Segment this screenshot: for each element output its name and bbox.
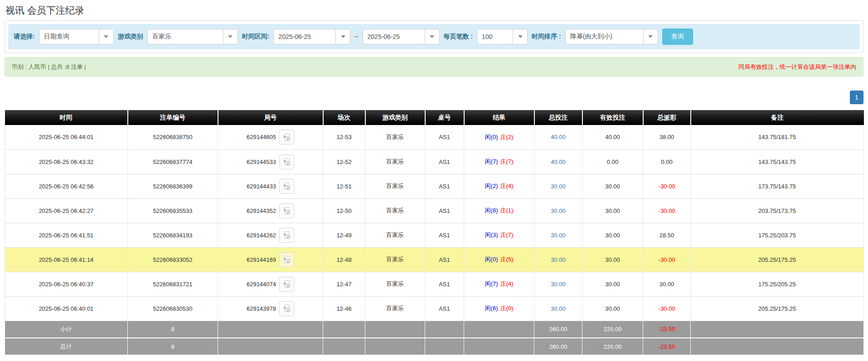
cell-game-type: 百家乐 [365,125,425,149]
cell-time: 2025-06-25 06:40:37 [5,272,128,296]
page-button-1[interactable]: 1 [850,91,863,104]
cell-table-no: AS1 [425,247,464,272]
cell-valid-bet: 30.00 [582,198,643,223]
total-bet-link[interactable]: 30.00 [551,232,566,239]
cell-payout: 30.00 [643,272,691,296]
summary-count: 8 [128,321,218,338]
total-row: 总计 8 260.00 220.00 -23.50 [5,338,864,355]
cell-game-type: 百家乐 [365,149,425,174]
date-to-select[interactable]: 2025-06-25 [363,29,440,44]
table-row: 2025-06-25 06:40:01 522606830530 6291439… [5,296,864,321]
result-player: 闲(8) [485,207,498,214]
result-banker: 庄(0) [500,305,514,312]
total-bet-link[interactable]: 30.00 [551,183,566,190]
round-id-text: 629144169 [247,256,276,263]
date-from-select[interactable]: 2025-06-25 [273,29,350,44]
cell-total-bet: 30.00 [534,272,582,296]
page-size-label: 每页笔数 : [444,33,473,41]
video-replay-button[interactable] [279,130,294,144]
cell-session: 12-49 [323,223,365,247]
round-id-text: 629144352 [247,207,276,214]
sort-order-label: 时间排序 : [532,33,561,41]
cell-valid-bet: 30.00 [582,247,643,272]
film-icon [282,182,291,191]
cell-valid-bet: 30.00 [582,174,643,198]
cell-payout: 38.00 [643,125,691,149]
result-banker: 庄(4) [500,183,514,189]
video-replay-button[interactable] [279,228,294,243]
total-bet-link[interactable]: 30.00 [551,207,566,214]
cell-table-no: AS1 [425,125,464,149]
page-size-select[interactable]: 100 [477,29,528,44]
table-row: 2025-06-25 06:42:27 522606835533 6291443… [5,198,864,223]
date-from-value: 2025-06-25 [274,29,335,44]
cell-game-type: 百家乐 [365,296,425,321]
chevron-down-icon [99,29,113,44]
col-header-time: 时间 [5,110,128,125]
cell-round-id: 629144169 [218,247,323,272]
cell-result: 闲(7)庄(7) [464,149,534,174]
total-bet-link[interactable]: 40.00 [551,134,566,140]
film-icon [282,206,291,215]
table-row: 2025-06-25 06:44:01 522606838750 6291446… [5,125,864,149]
pagination: 1 [5,91,863,104]
sort-order-select[interactable]: 降幂(由大到小) [565,29,658,44]
cell-game-type: 百家乐 [365,174,425,198]
col-header-game-type: 游戏类别 [365,110,425,125]
summary-payout: -23.50 [643,338,691,355]
result-player: 闲(0) [485,134,498,140]
cell-round-id: 629144605 [218,125,323,149]
query-type-value: 日期查询 [39,29,99,44]
cell-total-bet: 30.00 [534,174,582,198]
total-bet-link[interactable]: 30.00 [551,256,566,263]
cell-remark: 173.75/143.75 [691,174,864,198]
cell-time: 2025-06-25 06:40:01 [5,296,128,321]
cell-remark: 175.25/203.75 [691,223,864,247]
video-replay-button[interactable] [279,277,294,292]
total-bet-link[interactable]: 30.00 [551,305,566,312]
summary-total-bet: 260.00 [534,338,582,355]
cell-bet-id: 522606837774 [128,149,218,174]
game-type-select[interactable]: 百家乐 [147,29,238,44]
query-type-select[interactable]: 日期查询 [39,29,114,44]
cell-round-id: 629143978 [218,296,323,321]
cell-total-bet: 30.00 [534,296,582,321]
table-row: 2025-06-25 06:42:56 522606836399 6291444… [5,174,864,198]
cell-table-no: AS1 [425,296,464,321]
video-replay-button[interactable] [279,301,294,316]
video-replay-button[interactable] [279,252,294,267]
video-replay-button[interactable] [279,203,294,218]
total-bet-link[interactable]: 40.00 [551,159,566,165]
cell-time: 2025-06-25 06:43:32 [5,149,128,174]
cell-table-no: AS1 [425,149,464,174]
cell-payout: -30.00 [643,296,691,321]
cell-remark: 205.25/175.25 [691,296,864,321]
cell-result: 闲(0)庄(2) [464,125,534,149]
result-banker: 庄(2) [500,134,514,140]
round-id-text: 629144074 [247,281,276,288]
video-replay-button[interactable] [279,154,294,169]
result-player: 闲(2) [485,183,498,189]
cell-remark: 203.75/173.75 [691,198,864,223]
total-bet-link[interactable]: 30.00 [551,281,566,288]
cell-game-type: 百家乐 [365,272,425,296]
cell-table-no: AS1 [425,174,464,198]
currency-summary-bar: 币别 : 人民币 | 总共 :8 注单 | 同局有效投注，统一计算在该局第一张注… [5,57,863,77]
video-replay-button[interactable] [279,179,294,194]
col-header-round-id: 局号 [218,110,323,125]
cell-payout: -30.00 [643,198,691,223]
result-banker: 庄(5) [500,256,514,263]
date-range-separator: ~ [354,33,358,40]
table-row: 2025-06-25 06:41:51 522606834193 6291442… [5,223,864,247]
table-header: 时间 注单编号 局号 场次 游戏类别 桌号 结果 总投注 有效投注 总派彩 备注 [5,110,864,125]
cell-bet-id: 522606836399 [128,174,218,198]
chevron-down-icon [425,29,439,44]
page-title: 视讯 会员下注纪录 [5,4,868,17]
cell-table-no: AS1 [425,198,464,223]
search-button[interactable]: 查询 [662,29,693,45]
round-id-text: 629144605 [247,134,276,140]
result-banker: 庄(7) [500,231,514,238]
cell-valid-bet: 30.00 [582,223,643,247]
col-header-payout: 总派彩 [643,110,691,125]
filter-panel: 请选择: 日期查询 游戏类别 百家乐 时间区间: 2025-06-25 ~ 20… [5,20,863,53]
